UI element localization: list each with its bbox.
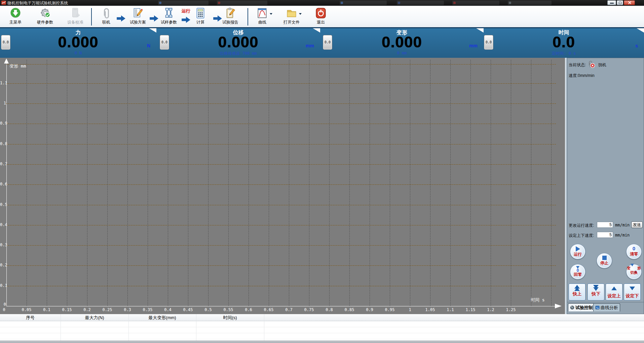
send-button[interactable]: 发送 <box>631 221 643 228</box>
x-tick-label: 0.45 <box>181 307 195 312</box>
readout-deformation: 变形 0.000 mm 0 mm 0.0 <box>320 28 484 58</box>
gridline-h <box>6 225 556 225</box>
x-tick-label: 0.7 <box>281 307 296 312</box>
peak-display: 0.0 <box>323 35 332 50</box>
run-button[interactable]: 运行 <box>570 244 585 259</box>
peak-display: 0.0 <box>160 35 169 50</box>
readout-bar: 力 0.000 N 0 N 0.0 位移 0.000 mm 位移传感器 700 … <box>0 28 644 58</box>
x-tick-label: 1 <box>403 307 417 312</box>
background-window-ghost <box>508 1 552 5</box>
close-icon <box>628 1 631 5</box>
y-tick-label: 0.7 <box>0 162 6 166</box>
x-tick-label: 0.6 <box>241 307 256 312</box>
toolbar-open-file[interactable]: 打开文件 <box>277 7 306 27</box>
control-panel: 当前状态: 脱机 速度:0mm/min 更改运行速度: mm/min 发送 设定… <box>567 58 644 314</box>
x-tick-label: 0.55 <box>221 307 236 312</box>
gridline-h <box>6 64 556 65</box>
sample-params-icon <box>163 7 175 19</box>
toolbar-exit[interactable]: 退出 <box>307 7 335 27</box>
column-header: 序号 <box>0 315 61 321</box>
chevron-down-icon[interactable] <box>270 13 272 15</box>
curve-analysis-tab-icon <box>595 305 600 310</box>
double-down-arrow-icon <box>593 287 599 291</box>
toolbar: 主菜单 硬件参数 设备校准 联机 试验方案 试样参数 运行 计算 试验报告 曲线… <box>0 6 644 28</box>
deformation-time-chart: 变形 mm 时间 s 00.10.20.30.40.50.60.70.80.91… <box>0 58 565 314</box>
gridline-v <box>188 60 188 306</box>
gridline-v <box>531 60 531 306</box>
gridline-h <box>6 124 556 124</box>
x-axis-title: 时间 s <box>531 297 545 303</box>
toolbar-calculate[interactable]: 计算 <box>186 7 215 27</box>
readout-time: 时间 0.0 s 定时间: 0 s 0.0 <box>484 28 644 58</box>
tab-test-control[interactable]: 试验控制 <box>568 303 595 311</box>
set-down-button[interactable]: 设定下 <box>624 284 641 300</box>
gridline-v <box>269 60 269 306</box>
toolbar-curve[interactable]: 曲线 <box>248 7 276 27</box>
fast-down-button[interactable]: 快下 <box>588 284 604 300</box>
change-speed-input[interactable] <box>597 222 613 228</box>
results-table-header: 序号 最大力(N) 最大变形(mm) 时间(s) <box>0 314 644 321</box>
gridline-v <box>249 60 249 306</box>
speed-text: 速度:0mm/min <box>569 73 595 79</box>
toolbar-test-plan[interactable]: 试验方案 <box>124 7 152 27</box>
device-calibration-icon <box>69 7 81 19</box>
minimize-button[interactable] <box>607 0 616 5</box>
window-title: 微机控制电子万能试验机测控系统 <box>7 0 68 6</box>
up-arrow-icon <box>611 287 617 290</box>
x-tick-label: 1.05 <box>423 307 438 312</box>
gridline-v <box>491 60 491 306</box>
close-button[interactable] <box>624 0 635 5</box>
gridline-v <box>309 60 309 306</box>
gridline-h <box>6 245 556 246</box>
x-axis <box>6 306 556 306</box>
y-tick-label: 0.5 <box>0 202 6 207</box>
window-bottom-edge <box>0 341 644 343</box>
readout-subtext: 位移传感器 700 mm <box>156 51 320 56</box>
open-file-icon <box>286 7 298 19</box>
x-tick-label: 0 <box>0 307 11 312</box>
set-speed-input[interactable] <box>597 232 613 238</box>
y-tick-label: 1.1 <box>0 81 6 85</box>
y-tick-label: 0.8 <box>0 141 6 146</box>
x-tick-label: 0.65 <box>261 307 276 312</box>
gridline-v <box>511 60 511 306</box>
toolbar-hardware-params[interactable]: 硬件参数 <box>31 7 59 27</box>
gridline-v <box>87 60 87 306</box>
x-tick-label: 0.2 <box>80 307 94 312</box>
gridline-v <box>289 60 289 306</box>
clear-zero-button[interactable]: 0清零 <box>626 244 642 259</box>
chevron-down-icon[interactable] <box>299 13 302 15</box>
change-speed-label: 更改运行速度: <box>569 223 594 228</box>
set-up-button[interactable]: 设定上 <box>606 284 622 300</box>
peak-display: 0.0 <box>484 35 493 50</box>
x-tick-label: 0.85 <box>342 307 357 312</box>
x-tick-label: 0.4 <box>160 307 175 312</box>
gridline-v <box>208 60 209 306</box>
x-tick-label: 0.75 <box>302 307 316 312</box>
stop-button[interactable]: 停止 <box>597 253 612 268</box>
gridline-v <box>148 60 148 306</box>
y-tick-label: 0.3 <box>0 243 6 247</box>
fast-up-button[interactable]: 快上 <box>569 284 585 300</box>
readout-unit: mm <box>469 43 478 48</box>
exit-icon <box>315 7 327 19</box>
x-tick-label: 0.8 <box>322 307 337 312</box>
return-zero-button[interactable]: 0回零 <box>570 264 585 280</box>
y-tick-label: 0.4 <box>0 222 6 227</box>
gridline-v <box>390 60 390 306</box>
toolbar-separator <box>91 8 92 26</box>
restore-button[interactable] <box>617 0 623 5</box>
gridline-v <box>430 60 430 306</box>
gridline-h <box>6 144 556 144</box>
toolbar-test-report[interactable]: 试验报告 <box>216 7 244 27</box>
tab-curve-analysis[interactable]: 曲线分析 <box>593 303 620 311</box>
deformation-switch-button[interactable]: 变形 切换 <box>626 264 642 280</box>
gridline-v <box>107 60 108 306</box>
readout-value: 0.0 <box>484 34 644 50</box>
toolbar-main-menu[interactable]: 主菜单 <box>1 7 30 27</box>
gridline-v <box>329 60 330 306</box>
test-report-icon <box>224 7 236 19</box>
x-tick-label: 0.95 <box>382 307 397 312</box>
down-arrow-icon <box>630 287 635 290</box>
readout-subtext: 定时间: 0 s <box>484 51 644 56</box>
